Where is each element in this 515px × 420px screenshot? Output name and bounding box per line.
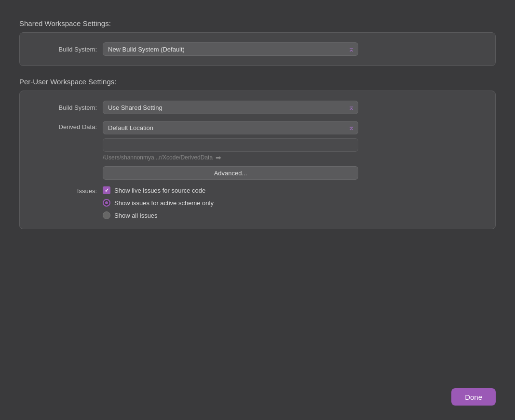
- per-user-workspace-title: Per-User Workspace Settings:: [19, 78, 496, 86]
- shared-build-system-row: Build System: New Build System (Default)…: [34, 42, 481, 56]
- per-user-build-system-row: Build System: Use Shared Setting ⌅: [34, 101, 481, 114]
- done-button[interactable]: Done: [451, 388, 496, 406]
- shared-build-system-select[interactable]: New Build System (Default): [103, 42, 358, 56]
- per-user-build-system-label: Build System:: [34, 104, 97, 111]
- derived-data-sub: Default Location ⌅ /Users/shannonmya...r…: [103, 121, 358, 180]
- derived-data-path-text: /Users/shannonmya...r/Xcode/DerivedData: [103, 154, 213, 161]
- derived-data-wrapper: Default Location ⌅: [103, 121, 358, 134]
- per-user-build-system-wrapper: Use Shared Setting ⌅: [103, 101, 358, 114]
- radio-all-issues-icon[interactable]: [103, 211, 110, 219]
- issue-1-label: Show live issues for source code: [114, 187, 205, 194]
- shared-workspace-panel: Build System: New Build System (Default)…: [19, 32, 496, 66]
- per-user-workspace-section: Per-User Workspace Settings: Build Syste…: [19, 78, 496, 241]
- derived-data-select[interactable]: Default Location: [103, 121, 358, 134]
- derived-data-row: Derived Data: Default Location ⌅ /Users/…: [34, 121, 481, 180]
- derived-data-path-row: /Users/shannonmya...r/Xcode/DerivedData …: [103, 154, 358, 161]
- issue-option-2[interactable]: Show issues for active scheme only: [103, 199, 214, 207]
- issue-option-1[interactable]: Show live issues for source code: [103, 186, 214, 194]
- issue-2-label: Show issues for active scheme only: [114, 199, 214, 207]
- radio-active-scheme-icon[interactable]: [103, 199, 110, 207]
- issues-section: Issues: Show live issues for source code…: [34, 186, 481, 219]
- shared-build-system-wrapper: New Build System (Default) ⌅: [103, 42, 358, 56]
- shared-build-system-label: Build System:: [34, 46, 97, 53]
- issue-option-3[interactable]: Show all issues: [103, 211, 214, 219]
- advanced-button[interactable]: Advanced...: [103, 166, 358, 180]
- derived-data-input[interactable]: [103, 138, 358, 152]
- checkbox-live-issues-icon[interactable]: [103, 186, 110, 194]
- shared-workspace-title: Shared Workspace Settings:: [19, 19, 496, 27]
- issues-options: Show live issues for source code Show is…: [103, 186, 214, 219]
- derived-data-label: Derived Data:: [34, 121, 97, 131]
- per-user-build-system-select[interactable]: Use Shared Setting: [103, 101, 358, 114]
- issues-label: Issues:: [34, 186, 97, 195]
- path-arrow-icon: ➡: [216, 154, 221, 161]
- shared-workspace-section: Shared Workspace Settings: Build System:…: [19, 19, 496, 78]
- issue-3-label: Show all issues: [114, 212, 158, 219]
- per-user-workspace-panel: Build System: Use Shared Setting ⌅ Deriv…: [19, 91, 496, 229]
